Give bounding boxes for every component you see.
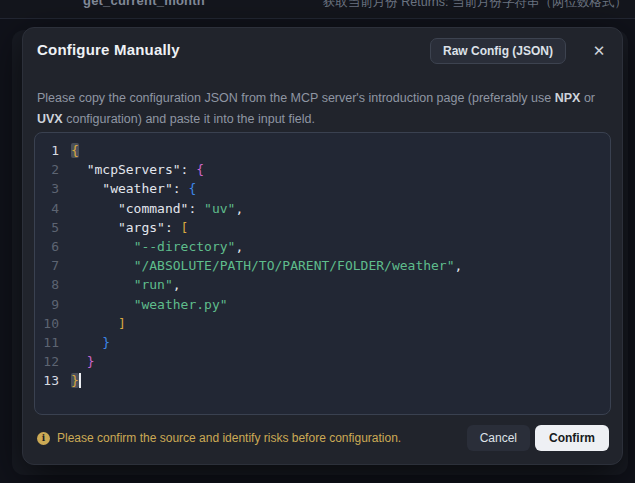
close-icon[interactable]: ✕ — [588, 40, 610, 62]
code-line: 11 } — [35, 332, 610, 351]
code-lines: 1{2 "mcpServers": {3 "weather": {4 "comm… — [35, 140, 610, 389]
line-number: 5 — [35, 218, 71, 237]
code-line: 13} — [35, 370, 610, 389]
confirm-button[interactable]: Confirm — [535, 425, 609, 451]
info-icon: i — [37, 432, 50, 445]
code-line: 10 ] — [35, 313, 610, 332]
line-number: 12 — [35, 352, 71, 371]
configure-manually-modal: Configure Manually Raw Config (JSON) ✕ P… — [22, 27, 623, 465]
code-line: 4 "command": "uv", — [35, 198, 610, 217]
background-tool-name: get_current_month — [83, 0, 205, 8]
description-text: configuration) and paste it into the inp… — [63, 112, 315, 126]
warning-message: i Please confirm the source and identify… — [37, 431, 401, 445]
line-number: 2 — [35, 160, 71, 179]
line-number: 1 — [35, 141, 71, 160]
config-json-editor[interactable]: 1{2 "mcpServers": {3 "weather": {4 "comm… — [34, 132, 611, 415]
code-line: 7 "/ABSOLUTE/PATH/TO/PARENT/FOLDER/weath… — [35, 255, 610, 274]
line-number: 4 — [35, 199, 71, 218]
line-number: 11 — [35, 333, 71, 352]
code-line: 12 } — [35, 351, 610, 370]
line-number: 8 — [35, 275, 71, 294]
line-number: 13 — [35, 371, 71, 390]
code-line: 6 "--directory", — [35, 236, 610, 255]
code-line: 5 "args": [ — [35, 217, 610, 236]
warning-text: Please confirm the source and identify r… — [57, 431, 401, 445]
description-text: Please copy the configuration JSON from … — [37, 91, 555, 105]
background-tool-description: 获取当前月份 Returns: 当前月份字符串（两位数格式） — [323, 0, 627, 11]
raw-config-json-button[interactable]: Raw Config (JSON) — [430, 38, 566, 64]
code-line: 8 "run", — [35, 274, 610, 293]
line-number: 6 — [35, 237, 71, 256]
modal-title: Configure Manually — [37, 41, 180, 58]
modal-description: Please copy the configuration JSON from … — [37, 88, 612, 129]
description-uvx: UVX — [37, 112, 63, 126]
description-npx: NPX — [555, 91, 581, 105]
text-cursor — [79, 373, 81, 388]
code-line: 3 "weather": { — [35, 178, 610, 197]
description-text: or — [580, 91, 598, 105]
line-number: 3 — [35, 179, 71, 198]
line-number: 10 — [35, 314, 71, 333]
code-line: 9 "weather.py" — [35, 294, 610, 313]
line-number: 9 — [35, 295, 71, 314]
cancel-button[interactable]: Cancel — [467, 425, 530, 451]
code-line: 2 "mcpServers": { — [35, 159, 610, 178]
line-number: 7 — [35, 256, 71, 275]
code-line: 1{ — [35, 140, 610, 159]
background-toolbar-row: get_current_month 获取当前月份 Returns: 当前月份字符… — [0, 0, 635, 19]
